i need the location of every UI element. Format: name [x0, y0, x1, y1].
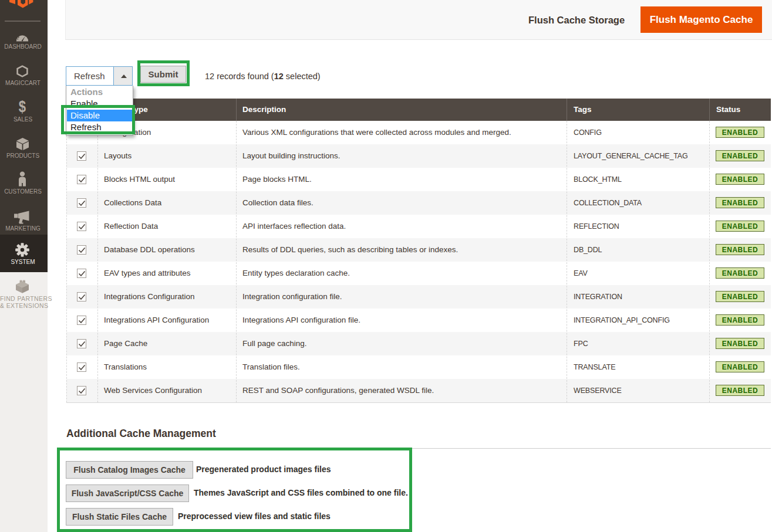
svg-text:$: $ [19, 98, 26, 114]
